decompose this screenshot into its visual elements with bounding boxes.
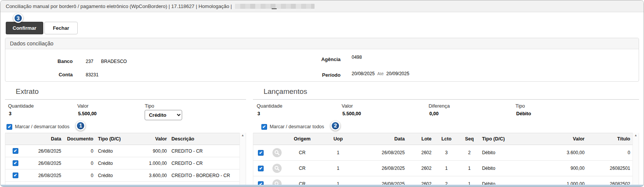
extrato-panel: Extrato Quantidade 3 Valor 5.500,00 Tipo… [5, 82, 246, 185]
cell-data: 26/08/2025 [357, 161, 407, 176]
lancamentos-title-rule [253, 99, 639, 100]
cell-lcto: 3 [434, 145, 459, 161]
window-titlebar: Conciliação manual por borderô / pagamen… [0, 0, 644, 12]
cell-uop: 1 [319, 161, 357, 176]
lancamentos-select-all-label: Marcar / desmarcar todos [270, 124, 324, 129]
lancamentos-panel: Lançamentos Quantidade 3 Valor 5.500,00 … [253, 82, 639, 185]
dados-conciliacao-body: Banco 237BRADESCO Conta 83231 Agência 04… [5, 49, 639, 81]
dados-conciliacao-box: Dados conciliação Banco 237BRADESCO Cont… [5, 38, 639, 82]
col-valor: Valor [131, 133, 169, 145]
lancamentos-table: Origem Uop Data Lote Lcto Seq Tipo (D/C)… [253, 133, 633, 187]
scroll-up-icon[interactable]: ▲ [241, 134, 244, 137]
cell-tipo: Crédito [96, 145, 131, 157]
lancamentos-select-all-checkbox[interactable]: ✔ [261, 124, 267, 130]
col-titulo: Título [587, 133, 633, 145]
row-checkbox[interactable]: ✔ [13, 172, 18, 178]
cell-lote: 2602 [407, 161, 434, 176]
lancamentos-vertical-scrollbar[interactable]: ▲ [633, 133, 639, 185]
step-badge-3: 3 [13, 13, 23, 23]
lancamentos-diferenca: Diferença 0,00 [429, 103, 450, 116]
cell-valor: 1.000,00 [131, 157, 169, 169]
cell-seq: 2 [459, 145, 480, 161]
col-origem: Origem [285, 133, 319, 145]
check-icon: ✔ [13, 161, 17, 165]
cell-uop: 1 [319, 145, 357, 161]
col-uop: Uop [319, 133, 357, 145]
periodo-label: Período [308, 72, 341, 78]
col-lcto: Lcto [434, 133, 459, 145]
tipo-select[interactable]: Crédito [145, 110, 182, 120]
bottom-edge-strip [0, 185, 644, 187]
cell-documento: 0 [64, 157, 96, 169]
row-checkbox[interactable]: ✔ [258, 150, 264, 156]
extrato-header-row: Data Documento Tipo (D/C) Valor Descriçã… [5, 133, 240, 145]
extrato-table: Data Documento Tipo (D/C) Valor Descriçã… [5, 133, 240, 187]
check-icon: ✔ [259, 151, 262, 155]
window-title: Conciliação manual por borderô / pagamen… [6, 3, 232, 9]
col-seq: Seq [459, 133, 480, 145]
cell-titulo: 0 [587, 145, 633, 161]
cell-lcto: 1 [434, 161, 459, 176]
checkbox-column-header [5, 133, 25, 145]
cell-titulo: 26082501 [587, 161, 633, 176]
row-checkbox[interactable]: ✔ [258, 166, 264, 171]
extrato-select-all-row: ✔ Marcar / desmarcar todos 1 [5, 122, 246, 131]
banco-label: Banco [40, 58, 73, 64]
extrato-valor: Valor 5.500,00 [77, 103, 97, 116]
col-tipo: Tipo (D/C) [96, 133, 131, 145]
magnifier-icon[interactable] [272, 164, 282, 173]
magnifier-column-header [269, 133, 285, 145]
cell-valor: 900,00 [522, 161, 587, 176]
close-button[interactable]: Fechar [44, 22, 78, 34]
extrato-title-rule [5, 99, 246, 100]
lancamentos-table-wrap: Origem Uop Data Lote Lcto Seq Tipo (D/C)… [253, 133, 633, 185]
lancamentos-summary: Quantidade 3 Valor 5.500,00 Diferença 0,… [253, 103, 639, 121]
cell-data: 26/08/2025 [25, 169, 64, 182]
lancamentos-header-row: Origem Uop Data Lote Lcto Seq Tipo (D/C)… [253, 133, 633, 145]
redacted-username [235, 4, 315, 9]
extrato-table-zone: Data Documento Tipo (D/C) Valor Descriçã… [5, 133, 246, 185]
extrato-table-row: ✔ 26/08/2025 0 Crédito 1.000,00 CREDITO … [5, 157, 240, 169]
periodo-from: 20/08/2025 [352, 71, 375, 76]
lancamentos-tipo: Tipo Débito [515, 103, 531, 116]
cell-tipo: Débito [480, 145, 522, 161]
extrato-table-row: ✔ 26/08/2025 0 Crédito 900,00 CREDITO - … [5, 145, 240, 157]
lancamentos-title: Lançamentos [253, 82, 639, 99]
cell-tipo: Crédito [96, 157, 131, 169]
periodo-until-label: Até [377, 71, 384, 76]
cell-origem: CR [285, 145, 319, 161]
cell-origem: CR [285, 161, 319, 176]
step-badge-2: 2 [331, 121, 340, 131]
row-checkbox[interactable]: ✔ [13, 160, 18, 166]
cell-data: 26/08/2025 [357, 145, 407, 161]
col-documento: Documento [64, 133, 96, 145]
conta-label: Conta [40, 72, 73, 77]
extrato-table-wrap: Data Documento Tipo (D/C) Valor Descriçã… [5, 133, 240, 185]
panels-area: Extrato Quantidade 3 Valor 5.500,00 Tipo… [0, 82, 644, 185]
extrato-quantidade: Quantidade 3 [8, 103, 34, 116]
cell-data: 26/08/2025 [25, 145, 64, 157]
col-tipo: Tipo (D/C) [480, 133, 522, 145]
magnifier-icon[interactable] [272, 148, 282, 157]
check-icon: ✔ [13, 173, 17, 177]
row-checkbox[interactable]: ✔ [13, 148, 18, 154]
check-icon: ✔ [8, 125, 11, 129]
col-descricao: Descrição [169, 133, 240, 145]
lancamentos-table-row: ✔ CR [253, 161, 633, 176]
check-icon: ✔ [13, 149, 17, 153]
extrato-vertical-scrollbar[interactable]: ▲ [240, 133, 246, 185]
cell-tipo: Débito [480, 161, 522, 176]
lancamentos-table-zone: Origem Uop Data Lote Lcto Seq Tipo (D/C)… [253, 133, 639, 185]
extrato-table-row: ✔ 26/08/2025 0 Crédito 3.600,00 CREDITO … [5, 169, 240, 182]
conta-value: 83231 [86, 72, 98, 77]
dados-conciliacao-title: Dados conciliação [5, 38, 639, 49]
check-icon: ✔ [262, 125, 266, 129]
confirm-button[interactable]: Confirmar [6, 22, 43, 34]
scroll-up-icon[interactable]: ▲ [634, 134, 637, 137]
banco-name: BRADESCO [101, 59, 127, 64]
cell-documento: 0 [64, 169, 96, 182]
extrato-title: Extrato [5, 82, 246, 99]
extrato-select-all-checkbox[interactable]: ✔ [7, 124, 12, 130]
cell-valor: 3.600,00 [131, 169, 169, 182]
periodo-value: 20/08/2025Até20/09/2025 [352, 71, 409, 76]
